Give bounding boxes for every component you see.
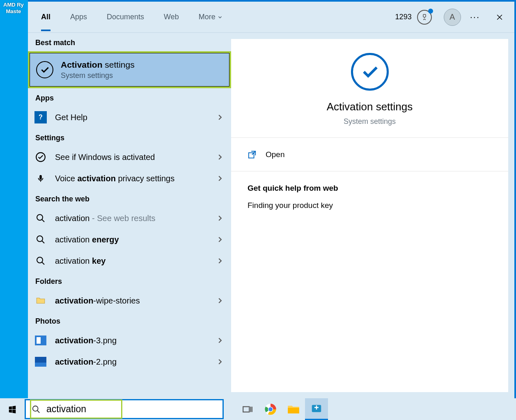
image-thumb-icon bbox=[34, 334, 47, 347]
chevron-right-icon[interactable] bbox=[216, 336, 225, 345]
windows-icon bbox=[8, 405, 17, 414]
result-web-energy[interactable]: activation energy bbox=[28, 229, 231, 250]
result-label: activation energy bbox=[55, 235, 216, 244]
result-label: activation-3.png bbox=[55, 336, 216, 345]
result-label: activation-wipe-stories bbox=[55, 296, 216, 306]
result-web-key[interactable]: activation key bbox=[28, 250, 231, 272]
content-area: Best match Activation settings System se… bbox=[28, 33, 514, 398]
help-section: Get quick help from web Finding your pro… bbox=[231, 171, 508, 222]
taskbar-chrome[interactable] bbox=[259, 398, 282, 420]
result-label: activation key bbox=[55, 256, 216, 266]
open-label: Open bbox=[266, 150, 284, 159]
tab-bar: All Apps Documents Web More 1293 A ··· bbox=[28, 2, 514, 33]
chrome-icon bbox=[264, 403, 277, 415]
chevron-right-icon[interactable] bbox=[216, 235, 225, 244]
file-explorer-icon bbox=[287, 404, 300, 415]
search-box[interactable] bbox=[25, 399, 224, 419]
svg-rect-1 bbox=[39, 175, 42, 180]
chevron-right-icon[interactable] bbox=[216, 296, 225, 305]
result-photo-3[interactable]: activation-3.png bbox=[28, 330, 231, 351]
checkmark-circle-icon bbox=[34, 151, 47, 163]
chevron-right-icon[interactable] bbox=[216, 214, 225, 223]
search-icon bbox=[32, 405, 41, 414]
chevron-right-icon[interactable] bbox=[216, 113, 225, 122]
detail-pane: Activation settings System settings Open… bbox=[231, 39, 508, 392]
tab-web[interactable]: Web bbox=[154, 3, 189, 31]
desktop-icon-label[interactable]: AMD Ry Maste bbox=[3, 2, 24, 15]
tab-apps[interactable]: Apps bbox=[60, 3, 97, 31]
svg-rect-18 bbox=[316, 406, 317, 410]
detail-header: Activation settings System settings bbox=[231, 39, 508, 138]
help-header: Get quick help from web bbox=[248, 184, 492, 193]
result-web-activation[interactable]: activation - See web results bbox=[28, 208, 231, 229]
taskbar-explorer[interactable] bbox=[282, 398, 305, 420]
section-photos: Photos bbox=[28, 311, 231, 330]
svg-point-14 bbox=[268, 407, 273, 411]
open-icon bbox=[248, 150, 257, 159]
result-label: activation-2.png bbox=[55, 357, 216, 367]
result-label: Voice activation privacy settings bbox=[55, 174, 216, 183]
chevron-right-icon[interactable] bbox=[216, 153, 225, 162]
tab-documents[interactable]: Documents bbox=[97, 3, 154, 31]
result-label: See if Windows is activated bbox=[55, 153, 216, 162]
svg-rect-15 bbox=[288, 408, 299, 413]
chevron-right-icon[interactable] bbox=[216, 357, 225, 366]
checkmark-circle-icon bbox=[351, 53, 389, 91]
open-button[interactable]: Open bbox=[231, 138, 508, 171]
search-icon bbox=[34, 255, 47, 267]
section-best-match: Best match bbox=[28, 33, 231, 51]
section-apps: Apps bbox=[28, 88, 231, 107]
detail-subtitle: System settings bbox=[344, 117, 396, 126]
section-search-web: Search the web bbox=[28, 189, 231, 208]
tab-all[interactable]: All bbox=[31, 3, 60, 31]
result-folder-wipe[interactable]: activation-wipe-stories bbox=[28, 290, 231, 311]
taskbar bbox=[0, 398, 516, 420]
close-icon bbox=[495, 13, 504, 21]
result-see-activated[interactable]: See if Windows is activated bbox=[28, 146, 231, 168]
tab-more[interactable]: More bbox=[189, 3, 233, 31]
search-icon bbox=[34, 212, 47, 224]
taskbar-pchealth[interactable] bbox=[305, 398, 328, 420]
svg-rect-8 bbox=[35, 363, 46, 367]
get-help-icon: ? bbox=[34, 111, 47, 123]
section-settings: Settings bbox=[28, 128, 231, 146]
close-button[interactable] bbox=[491, 9, 508, 25]
rewards-medal[interactable] bbox=[416, 9, 433, 26]
result-get-help[interactable]: ? Get Help bbox=[28, 107, 231, 128]
user-avatar[interactable]: A bbox=[444, 9, 461, 26]
folder-icon bbox=[34, 294, 47, 307]
svg-point-4 bbox=[37, 257, 43, 263]
taskbar-task-view[interactable] bbox=[236, 398, 259, 420]
pc-health-icon bbox=[310, 402, 323, 415]
task-view-icon bbox=[242, 404, 253, 415]
svg-rect-6 bbox=[37, 337, 41, 344]
chevron-down-icon bbox=[217, 14, 223, 20]
search-panel: All Apps Documents Web More 1293 A ··· B… bbox=[28, 0, 516, 398]
search-icon bbox=[34, 233, 47, 246]
svg-rect-11 bbox=[243, 406, 249, 412]
search-input[interactable] bbox=[46, 404, 217, 415]
chevron-right-icon[interactable] bbox=[216, 256, 225, 265]
best-match-text: Activation settings System settings bbox=[61, 60, 135, 80]
result-label: activation - See web results bbox=[55, 214, 216, 223]
result-label: Get Help bbox=[55, 113, 216, 122]
result-voice-activation[interactable]: Voice activation privacy settings bbox=[28, 168, 231, 189]
options-button[interactable]: ··· bbox=[470, 12, 480, 23]
svg-point-10 bbox=[33, 406, 38, 411]
result-best-match[interactable]: Activation settings System settings bbox=[28, 51, 231, 88]
svg-point-2 bbox=[37, 215, 43, 220]
result-photo-2[interactable]: activation-2.png bbox=[28, 351, 231, 372]
results-list: Best match Activation settings System se… bbox=[28, 33, 231, 398]
image-thumb-icon bbox=[34, 356, 47, 368]
notification-dot-icon bbox=[428, 9, 433, 14]
svg-point-3 bbox=[37, 236, 43, 242]
section-folders: Folders bbox=[28, 272, 231, 290]
checkmark-circle-icon bbox=[36, 61, 53, 78]
chevron-right-icon[interactable] bbox=[216, 174, 225, 183]
rewards-points: 1293 bbox=[395, 13, 412, 21]
help-link-product-key[interactable]: Finding your product key bbox=[248, 201, 492, 210]
microphone-icon bbox=[34, 172, 47, 185]
start-button[interactable] bbox=[0, 398, 25, 420]
detail-title: Activation settings bbox=[327, 100, 413, 113]
